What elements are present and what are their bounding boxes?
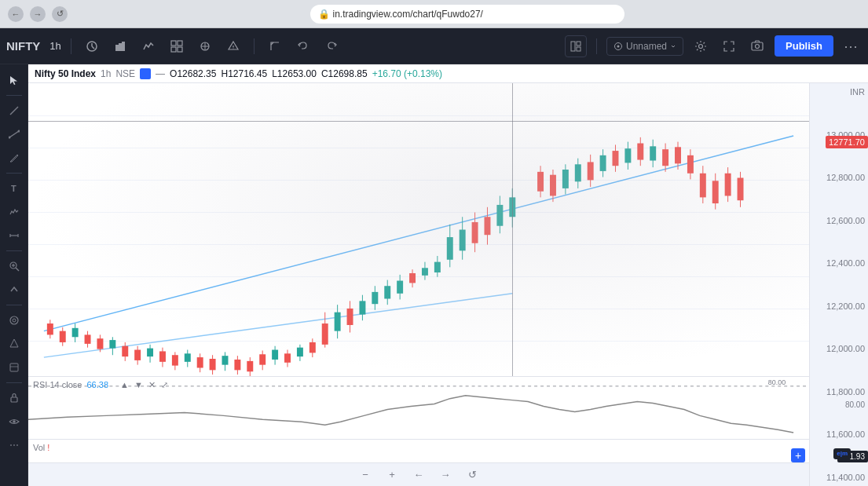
lock-icon: 🔒: [318, 9, 330, 20]
interval-selector[interactable]: 1h: [49, 40, 60, 52]
svg-rect-63: [159, 351, 166, 361]
up-arrow-tool[interactable]: [3, 279, 25, 301]
tags-tool[interactable]: [3, 356, 25, 378]
chart-info-bar: Nifty 50 Index 1h NSE — O12682.35 H12716…: [28, 64, 868, 83]
rsi-scroll-down[interactable]: ▼: [134, 380, 143, 389]
chart-low: L12653.00: [272, 68, 317, 79]
svg-rect-93: [347, 309, 353, 325]
svg-rect-21: [752, 42, 763, 50]
chart-open: O12682.35: [170, 68, 216, 79]
symbol-label[interactable]: NIFTY: [6, 39, 40, 53]
svg-rect-79: [259, 354, 266, 364]
url-text: in.tradingview.com/chart/qFuwdo27/: [333, 9, 483, 20]
replay-button[interactable]: [264, 35, 286, 57]
text-tool[interactable]: T: [3, 177, 25, 199]
price-12600: 12,600.00: [813, 216, 865, 225]
rsi-expand[interactable]: ⤢: [161, 380, 168, 389]
svg-rect-77: [247, 361, 253, 371]
publish-button[interactable]: Publish: [775, 35, 833, 57]
svg-rect-141: [662, 149, 668, 166]
watchlist-button[interactable]: [166, 35, 188, 57]
more-button[interactable]: ⋯: [840, 35, 862, 57]
line-tool[interactable]: [3, 100, 25, 122]
multi-chart-button[interactable]: [194, 35, 216, 57]
svg-rect-57: [122, 346, 128, 356]
svg-rect-109: [447, 237, 453, 260]
pen-tool[interactable]: [3, 147, 25, 169]
lock-tool[interactable]: [3, 387, 25, 409]
svg-rect-4: [119, 43, 122, 51]
svg-line-23: [10, 107, 18, 115]
svg-line-24: [9, 131, 19, 137]
subscriber-badge: e|m: [833, 448, 851, 459]
reload-button[interactable]: ↺: [52, 6, 68, 22]
alert-tool[interactable]: [3, 333, 25, 355]
url-bar[interactable]: 🔒 in.tradingview.com/chart/qFuwdo27/: [310, 5, 624, 24]
left-toolbar-sep-4: [6, 305, 22, 305]
measure-tool[interactable]: [3, 225, 25, 247]
zoom-tool[interactable]: [3, 255, 25, 277]
undo-button[interactable]: [292, 35, 314, 57]
trend-tool[interactable]: [3, 123, 25, 145]
unnamed-template-button[interactable]: Unnamed: [606, 37, 683, 56]
layout-button[interactable]: [565, 35, 587, 57]
strategy-button[interactable]: [109, 35, 131, 57]
chart-wrapper: T: [0, 64, 868, 486]
svg-rect-8: [171, 47, 176, 52]
add-indicator-button[interactable]: +: [791, 448, 805, 462]
grid-line-4: [28, 212, 809, 213]
scroll-left-button[interactable]: ←: [410, 466, 427, 484]
redo-button[interactable]: [320, 35, 342, 57]
svg-rect-16: [577, 42, 580, 46]
back-button[interactable]: ←: [8, 6, 24, 22]
scroll-right-button[interactable]: →: [437, 466, 454, 484]
svg-point-36: [10, 316, 18, 324]
svg-rect-105: [422, 268, 428, 276]
pattern-tool[interactable]: [3, 201, 25, 223]
grid-line-8: [28, 341, 809, 342]
svg-rect-53: [97, 338, 103, 349]
price-11600: 11,600.00: [813, 429, 865, 439]
rsi-panel: RSI 14 close 66.38 ▲ ▼ ✕ ⤢: [28, 376, 809, 439]
alert-button[interactable]: [222, 35, 244, 57]
settings-button[interactable]: [690, 35, 712, 57]
price-12000: 12,000.00: [813, 344, 865, 353]
drawing-button[interactable]: [137, 35, 159, 57]
cursor-tool[interactable]: [3, 69, 25, 91]
crosshair-horizontal: [28, 121, 809, 122]
zoom-in-button[interactable]: +: [383, 466, 401, 484]
chart-exchange-display: NSE: [115, 68, 135, 79]
rsi-axis-value: 80.00: [845, 400, 865, 409]
snapshot-button[interactable]: [746, 35, 768, 57]
svg-rect-65: [172, 355, 178, 365]
volume-panel: Vol !: [28, 439, 809, 462]
svg-text:T: T: [11, 184, 16, 193]
watchlist-tool[interactable]: [3, 309, 25, 331]
fullscreen-button[interactable]: [718, 35, 740, 57]
eye-tool[interactable]: [3, 411, 25, 433]
svg-rect-85: [297, 348, 303, 356]
svg-line-42: [44, 136, 793, 331]
rsi-scroll-up[interactable]: ▲: [120, 380, 129, 389]
svg-line-43: [44, 294, 512, 357]
svg-rect-145: [687, 155, 694, 174]
main-chart-panel[interactable]: [28, 83, 809, 376]
forward-button[interactable]: →: [30, 6, 46, 22]
rsi-close[interactable]: ✕: [148, 380, 156, 389]
indicator-button[interactable]: [81, 35, 103, 57]
reset-button[interactable]: ↺: [463, 466, 481, 484]
svg-rect-83: [284, 353, 291, 362]
toolbar-separator-2: [254, 38, 255, 54]
left-toolbar-sep-1: [6, 95, 22, 96]
svg-text:80.00: 80.00: [768, 378, 786, 386]
svg-rect-40: [11, 397, 17, 402]
svg-rect-99: [384, 286, 390, 298]
svg-rect-7: [178, 41, 182, 46]
svg-rect-95: [359, 301, 365, 314]
svg-rect-49: [72, 328, 79, 337]
tradingview-app: NIFTY 1h: [0, 28, 868, 486]
zoom-out-button[interactable]: −: [357, 466, 374, 484]
svg-rect-119: [509, 197, 515, 217]
more-tools[interactable]: ⋯: [3, 434, 25, 456]
chart-change: +16.70 (+0.13%): [372, 68, 442, 79]
